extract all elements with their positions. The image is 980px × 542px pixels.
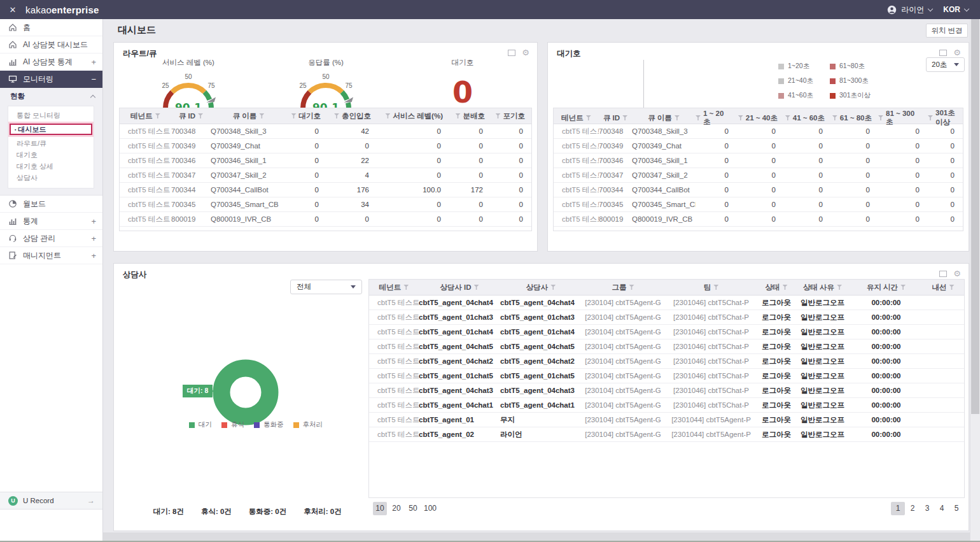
- page-size-option[interactable]: 20: [389, 502, 403, 515]
- filter-icon[interactable]: [385, 113, 390, 118]
- language-select[interactable]: KOR: [943, 5, 960, 14]
- column-header[interactable]: 상태: [758, 280, 795, 295]
- filter-icon[interactable]: [586, 115, 591, 120]
- agent-filter-select[interactable]: 전체: [290, 280, 362, 294]
- column-header[interactable]: 테넌트: [120, 108, 171, 124]
- sidebar-item-monitoring[interactable]: 모니터링 −: [0, 71, 102, 88]
- table-row[interactable]: cbtT5 테스트 800019 Q800019_IVR_CB 0 0 0 0 …: [554, 212, 963, 227]
- table-row[interactable]: cbtT5 테스트 700348 Q700348_Skill_3 0 0 0 0…: [554, 124, 963, 139]
- filter-icon[interactable]: [403, 285, 409, 290]
- column-header[interactable]: 내선: [922, 280, 964, 295]
- table-row[interactable]: cbtT5 테스트 700344 Q700344_CallBot 0 0 0 0…: [554, 183, 963, 197]
- table-row[interactable]: cbtT5 테스트 cbtT5_agent_01chat4 cbtT5_agen…: [369, 325, 964, 339]
- table-row[interactable]: cbtT5 테스트 cbtT5_agent_04chat2 cbtT5_agen…: [369, 354, 964, 369]
- table-row[interactable]: cbtT5 테스트 cbtT5_agent_04chat4 cbtT5_agen…: [369, 296, 964, 310]
- table-row[interactable]: cbtT5 테스트 700348 Q700348_Skill_3 0 42 0 …: [120, 124, 531, 139]
- table-row[interactable]: cbtT5 테스트 700347 Q700347_Skill_2 0 0 0 0…: [554, 168, 963, 183]
- vertical-scrollbar[interactable]: [970, 19, 980, 542]
- page-number[interactable]: 2: [906, 502, 920, 515]
- filter-icon[interactable]: [738, 115, 743, 120]
- sidebar-item-consult-management[interactable]: 상담 관리 +: [0, 230, 102, 247]
- submenu-item-integrated-monitoring[interactable]: 통합 모니터링: [8, 110, 94, 121]
- expand-plus-icon[interactable]: +: [91, 251, 96, 260]
- page-size-option[interactable]: 10: [373, 502, 387, 515]
- filter-icon[interactable]: [878, 115, 883, 120]
- chevron-down-icon[interactable]: [964, 6, 969, 11]
- chevron-up-icon[interactable]: [90, 95, 95, 100]
- filter-icon[interactable]: [928, 115, 933, 120]
- column-header[interactable]: 상담사: [500, 280, 582, 295]
- table-row[interactable]: cbtT5 테스트 700349 Q700349_Chat 0 0 0 0 0: [120, 139, 531, 153]
- sidebar-item-stats[interactable]: 통계 +: [0, 213, 102, 230]
- submenu-item-route-queue[interactable]: 라우트/큐: [8, 138, 94, 149]
- table-row[interactable]: cbtT5 테스트 cbtT5_agent_01chat3 cbtT5_agen…: [369, 310, 964, 325]
- user-name[interactable]: 라이언: [901, 4, 924, 15]
- column-header[interactable]: 큐 이름: [211, 108, 286, 124]
- filter-icon[interactable]: [629, 285, 634, 290]
- submenu-item-dashboard-active[interactable]: ▪ 대시보드: [8, 122, 94, 137]
- page-number[interactable]: 5: [949, 502, 963, 515]
- filter-icon[interactable]: [622, 115, 627, 120]
- column-header[interactable]: 총인입호: [327, 108, 377, 124]
- table-row[interactable]: cbtT5 테스트 700346 Q700346_Skill_1 0 0 0 0…: [554, 153, 963, 168]
- table-row[interactable]: cbtT5 테스트 cbtT5_agent_01chat5 cbtT5_agen…: [369, 369, 964, 383]
- column-header[interactable]: 유지 시간: [850, 280, 922, 295]
- change-location-button[interactable]: 위치 변경: [926, 24, 968, 38]
- gear-icon[interactable]: ⚙: [953, 48, 961, 57]
- column-header[interactable]: 그룹: [582, 280, 664, 295]
- page-size-option[interactable]: 100: [423, 502, 438, 515]
- sidebar-item-home[interactable]: 홈: [0, 19, 102, 36]
- filter-icon[interactable]: [456, 113, 461, 118]
- submenu-item-waiting-calls-detail[interactable]: 대기호 상세: [8, 160, 94, 172]
- column-header[interactable]: 상담사 ID: [419, 280, 500, 295]
- table-row[interactable]: cbtT5 테스트 700345 Q700345_Smart_CB 0 0 0 …: [554, 197, 963, 212]
- table-row[interactable]: cbtT5 테스트 700344 Q700344_CallBot 0 176 1…: [120, 183, 531, 197]
- column-header[interactable]: 상태 사유: [795, 280, 850, 295]
- table-row[interactable]: cbtT5 테스트 cbtT5_agent_01 무지 [230104] cbt…: [369, 413, 964, 427]
- filter-icon[interactable]: [783, 285, 788, 290]
- filter-icon[interactable]: [949, 285, 955, 290]
- page-number[interactable]: 1: [891, 502, 905, 515]
- column-header[interactable]: 팀: [664, 280, 758, 295]
- table-row[interactable]: cbtT5 테스트 700347 Q700347_Skill_2 0 4 0 0…: [120, 168, 531, 183]
- menu-close-icon[interactable]: ✕: [0, 5, 25, 15]
- page-number[interactable]: 4: [935, 502, 949, 515]
- column-header[interactable]: 큐 ID: [171, 108, 211, 124]
- submenu-item-waiting-calls[interactable]: 대기호: [8, 149, 94, 160]
- column-header[interactable]: 테넌트: [369, 280, 419, 295]
- filter-icon[interactable]: [334, 113, 339, 118]
- column-header[interactable]: 포기호: [491, 108, 531, 124]
- filter-icon[interactable]: [474, 285, 479, 290]
- table-row[interactable]: cbtT5 테스트 800019 Q800019_IVR_CB 0 0 0 0 …: [120, 212, 531, 227]
- table-row[interactable]: cbtT5 테스트 700346 Q700346_Skill_1 0 22 0 …: [120, 153, 531, 168]
- maximize-icon[interactable]: [508, 50, 515, 56]
- filter-icon[interactable]: [837, 285, 842, 290]
- filter-icon[interactable]: [259, 113, 264, 118]
- sidebar-item-ai-bot-stats[interactable]: AI 상담봇 통계 +: [0, 53, 102, 71]
- table-row[interactable]: cbtT5 테스트 700349 Q700349_Chat 0 0 0 0 0 …: [554, 139, 963, 153]
- filter-icon[interactable]: [198, 113, 203, 118]
- filter-icon[interactable]: [550, 285, 556, 290]
- page-size-option[interactable]: 50: [406, 502, 420, 515]
- collapse-minus-icon[interactable]: −: [91, 75, 96, 84]
- page-number[interactable]: 3: [920, 502, 934, 515]
- gear-icon[interactable]: ⚙: [522, 48, 529, 57]
- table-row[interactable]: cbtT5 테스트 cbtT5_agent_02 라이언 [230104] cb…: [369, 427, 964, 442]
- sidebar-item-ai-bot-dashboard[interactable]: AI 상담봇 대시보드: [0, 36, 102, 53]
- maximize-icon[interactable]: [939, 271, 947, 277]
- expand-plus-icon[interactable]: +: [91, 217, 96, 226]
- u-record-link[interactable]: U U Record →: [0, 492, 102, 510]
- filter-icon[interactable]: [291, 113, 297, 118]
- filter-icon[interactable]: [696, 115, 701, 120]
- filter-icon[interactable]: [900, 285, 906, 290]
- filter-icon[interactable]: [496, 113, 501, 118]
- column-header[interactable]: 대기호: [286, 108, 327, 124]
- filter-icon[interactable]: [832, 115, 837, 120]
- sidebar-item-management[interactable]: 매니지먼트 +: [0, 247, 102, 264]
- expand-plus-icon[interactable]: +: [91, 234, 96, 243]
- table-row[interactable]: cbtT5 테스트 cbtT5_agent_04chat1 cbtT5_agen…: [369, 398, 964, 413]
- table-row[interactable]: cbtT5 테스트 cbtT5_agent_04chat5 cbtT5_agen…: [369, 339, 964, 354]
- submenu-item-agents[interactable]: 상담사: [8, 172, 94, 183]
- filter-icon[interactable]: [675, 115, 680, 120]
- scrollbar-thumb[interactable]: [971, 19, 979, 414]
